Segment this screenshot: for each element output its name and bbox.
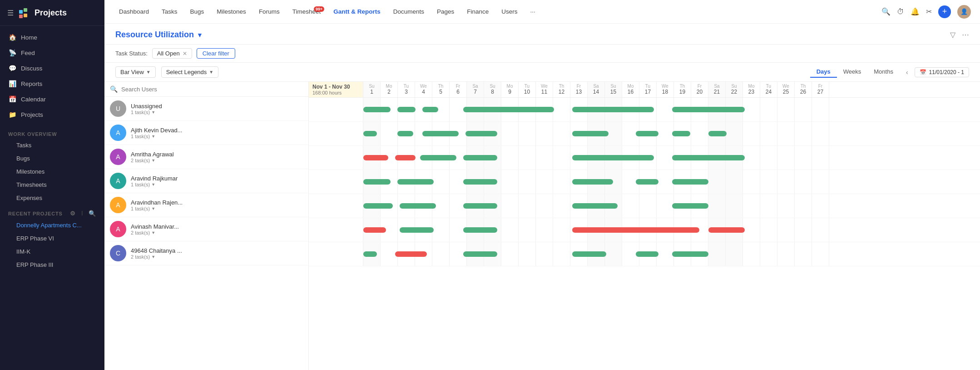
user-tasks[interactable]: 2 task(s) ▼ (131, 230, 303, 235)
user-tasks[interactable]: 1 task(s) ▼ (131, 134, 303, 139)
bar-view-button[interactable]: Bar View ▼ (115, 66, 156, 78)
sidebar-item-calendar[interactable]: 📅 Calendar (0, 91, 104, 107)
gantt-bar[interactable] (363, 203, 393, 209)
filter-icon[interactable]: ▽ (950, 30, 955, 39)
user-tasks[interactable]: 1 task(s) ▼ (131, 182, 303, 187)
gantt-bar[interactable] (463, 155, 497, 160)
nav-dashboard[interactable]: Dashboard (114, 5, 154, 18)
search-icon[interactable]: 🔍 (881, 7, 891, 16)
clear-filter-button[interactable]: Clear filter (197, 48, 235, 59)
gantt-bar[interactable] (363, 179, 391, 185)
gantt-bar[interactable] (395, 251, 427, 257)
nav-milestones[interactable]: Milestones (211, 5, 252, 18)
sidebar-item-discuss[interactable]: 💬 Discuss (0, 60, 104, 76)
gantt-bar[interactable] (672, 107, 745, 112)
nav-more[interactable]: ··· (525, 5, 541, 18)
gantt-bar[interactable] (572, 155, 654, 160)
tools-icon[interactable]: ✂ (926, 7, 932, 16)
recent-project-2[interactable]: IIM-K (0, 245, 104, 258)
filter-icon[interactable]: ⚙ (70, 210, 76, 217)
gantt-bar[interactable] (463, 227, 497, 233)
gantt-bar[interactable] (572, 131, 609, 136)
sidebar-item-milestones[interactable]: Milestones (0, 165, 104, 178)
sidebar-item-tasks[interactable]: Tasks (0, 139, 104, 152)
gantt-bar[interactable] (672, 203, 708, 209)
select-legends-button[interactable]: Select Legends ▼ (161, 66, 219, 78)
nav-forums[interactable]: Forums (253, 5, 285, 18)
sidebar-item-projects[interactable]: 📁 Projects (0, 107, 104, 122)
recent-project-1[interactable]: ERP Phase VI (0, 232, 104, 245)
recent-project-3[interactable]: ERP Phase III (0, 258, 104, 271)
recent-projects-section: RECENT PROJECTS ⚙ | 🔍 (0, 205, 104, 219)
hamburger-icon[interactable]: ☰ (7, 9, 14, 17)
gantt-bar[interactable] (463, 251, 497, 257)
gantt-bar[interactable] (363, 251, 377, 257)
gantt-bar[interactable] (708, 227, 745, 233)
nav-users[interactable]: Users (496, 5, 523, 18)
gantt-bar[interactable] (672, 179, 708, 185)
gantt-bar[interactable] (363, 107, 391, 112)
gantt-bar[interactable] (400, 227, 434, 233)
user-tasks[interactable]: 1 task(s) ▼ (131, 110, 303, 115)
gantt-bar[interactable] (363, 227, 386, 233)
gantt-bar[interactable] (463, 179, 497, 185)
sidebar-item-reports[interactable]: 📊 Reports (0, 76, 104, 91)
nav-gantt-reports[interactable]: Gantt & Reports (328, 5, 386, 18)
page-title-dropdown-icon[interactable]: ▼ (197, 31, 203, 39)
gantt-bar[interactable] (463, 203, 497, 209)
gantt-bar[interactable] (363, 155, 388, 160)
gantt-bar[interactable] (465, 131, 497, 136)
user-tasks[interactable]: 1 task(s) ▼ (131, 206, 303, 211)
gantt-bar[interactable] (572, 179, 613, 185)
user-avatar[interactable]: 👤 (957, 5, 971, 19)
recent-project-0[interactable]: Donnelly Apartments C... (0, 219, 104, 232)
gantt-bar[interactable] (636, 251, 658, 257)
gantt-bar[interactable] (672, 131, 690, 136)
gantt-bar[interactable] (636, 179, 658, 185)
more-options-icon[interactable]: ⋯ (962, 30, 969, 39)
gantt-bar[interactable] (397, 179, 434, 185)
gantt-bar[interactable] (636, 131, 658, 136)
tab-days[interactable]: Days (810, 66, 837, 78)
search-projects-icon[interactable]: 🔍 (89, 210, 96, 217)
gantt-bar[interactable] (572, 203, 618, 209)
bell-icon[interactable]: 🔔 (911, 7, 920, 16)
gantt-bar[interactable] (397, 131, 413, 136)
gantt-bar[interactable] (572, 227, 699, 233)
page-title[interactable]: Resource Utilization (115, 30, 194, 40)
user-tasks[interactable]: 2 task(s) ▼ (131, 158, 303, 163)
nav-pages[interactable]: Pages (431, 5, 460, 18)
gantt-bar[interactable] (400, 203, 436, 209)
gantt-bar[interactable] (420, 155, 456, 160)
sidebar-item-expenses[interactable]: Expenses (0, 191, 104, 205)
prev-arrow[interactable]: ‹ (904, 68, 910, 77)
user-tasks[interactable]: 2 task(s) ▼ (131, 254, 303, 260)
gantt-bar[interactable] (463, 107, 554, 112)
gantt-bar[interactable] (395, 155, 416, 160)
add-button[interactable]: + (938, 5, 951, 18)
gantt-bar[interactable] (572, 251, 606, 257)
gantt-bar[interactable] (672, 155, 745, 160)
gantt-bar[interactable] (672, 251, 708, 257)
gantt-bar[interactable] (422, 131, 459, 136)
date-range-button[interactable]: 📅 11/01/2020 - 1 (915, 67, 969, 77)
sidebar-item-timesheets[interactable]: Timesheets (0, 178, 104, 191)
tab-months[interactable]: Months (867, 66, 900, 78)
gantt-bar[interactable] (363, 131, 377, 136)
search-users-input[interactable] (121, 86, 303, 93)
nav-timesheet[interactable]: Timesheet 99+ (287, 5, 327, 18)
sidebar-item-home[interactable]: 🏠 Home (0, 30, 104, 45)
gantt-bar[interactable] (572, 107, 654, 112)
tab-weeks[interactable]: Weeks (837, 66, 868, 78)
gantt-bar[interactable] (422, 107, 438, 112)
filter-tag-close-icon[interactable]: ✕ (183, 50, 187, 57)
sidebar-item-bugs[interactable]: Bugs (0, 152, 104, 165)
nav-bugs[interactable]: Bugs (185, 5, 210, 18)
timer-icon[interactable]: ⏱ (897, 8, 904, 16)
nav-finance[interactable]: Finance (461, 5, 494, 18)
gantt-bar[interactable] (708, 131, 727, 136)
sidebar-item-feed[interactable]: 📡 Feed (0, 45, 104, 60)
nav-documents[interactable]: Documents (388, 5, 430, 18)
gantt-bar[interactable] (397, 107, 416, 112)
nav-tasks[interactable]: Tasks (156, 5, 183, 18)
